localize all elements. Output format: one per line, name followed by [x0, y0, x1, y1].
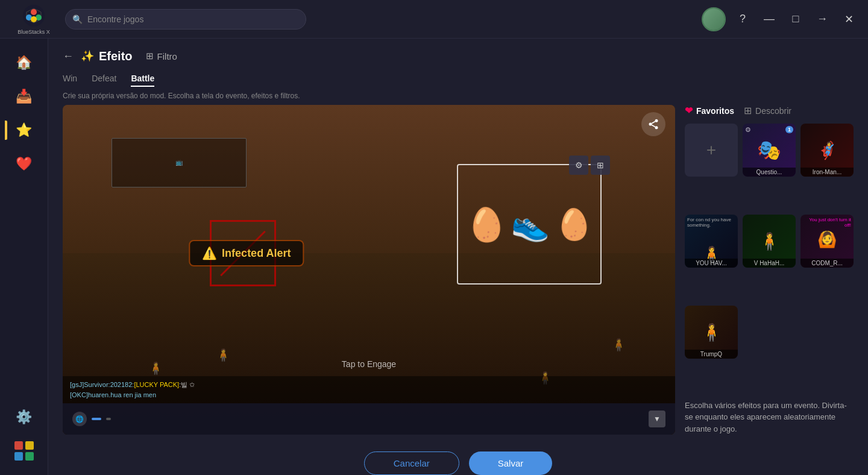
sidebar-item-settings[interactable]: ⚙️: [10, 403, 39, 432]
maximize-button[interactable]: □: [786, 10, 805, 29]
game-preview: 📺 🧍 🧍 🧍 🧍 ⚠️ Infected Alert: [63, 105, 675, 435]
svg-rect-9: [25, 452, 34, 461]
sidebar-item-favorites[interactable]: ❤️: [10, 149, 39, 178]
svg-point-11: [649, 123, 652, 126]
tab-win[interactable]: Win: [63, 71, 77, 87]
cancel-button[interactable]: Cancelar: [364, 451, 459, 475]
sticker-card-3[interactable]: For con nd you have something. 🧍 YOU HAV…: [685, 215, 738, 268]
top-bar: BlueStacks X 🔍 ? — □ → ✕: [0, 0, 868, 39]
chat-line-2: [OKC]huaren.hua ren jia men: [70, 390, 668, 400]
discover-label: Descobrir: [755, 106, 791, 116]
sticker-card-6[interactable]: 🧍 TrumpQ: [685, 306, 738, 359]
sticker-card-2[interactable]: 🦸 Iron-Man...: [800, 124, 854, 177]
minimize-button[interactable]: —: [760, 10, 779, 29]
svg-rect-6: [14, 441, 23, 450]
active-indicator: [5, 121, 7, 140]
help-button[interactable]: ?: [733, 10, 752, 29]
discover-icon: ⊞: [744, 105, 752, 116]
settings-control-btn[interactable]: ⚙: [569, 156, 588, 175]
back-button[interactable]: ←: [63, 50, 74, 63]
sticker-figure-5: 🙆: [817, 230, 837, 249]
close-button[interactable]: ✕: [839, 10, 858, 29]
sticker-card-1[interactable]: 🎭 ⚙ 1 Questio...: [743, 124, 796, 177]
app-name: BlueStacks X: [17, 29, 50, 35]
heart-panel-icon: ❤: [685, 105, 693, 116]
page-header: ← ✨ Efeito ⊞ Filtro: [48, 39, 868, 64]
game-figure-2: 🧍: [216, 348, 231, 362]
save-button[interactable]: Salvar: [469, 451, 553, 475]
chat-line-1: [gsJ]Survivor:202182:[LUCKY PACK]:빌 ✩: [70, 380, 668, 390]
tabs-row: Win Defeat Battle: [48, 64, 868, 87]
stickers-in-selection: 🥚 👟 🥚: [466, 208, 593, 241]
add-sticker-button[interactable]: +: [685, 124, 738, 177]
arrow-right-button[interactable]: →: [813, 10, 832, 29]
search-wrapper: 🔍: [65, 9, 306, 30]
svg-point-10: [655, 119, 658, 122]
add-icon: +: [706, 140, 716, 160]
chat-name-2: [OKC]huaren.hua ren jia men: [70, 391, 156, 398]
sticker-emoji-4: 🧍: [759, 231, 780, 251]
filter-button[interactable]: ⊞ Filtro: [140, 48, 183, 64]
logo-area: BlueStacks X: [10, 4, 58, 35]
sticker-blue: 👟: [510, 207, 552, 242]
share-button[interactable]: [641, 112, 665, 136]
globe-icon[interactable]: 🌐: [72, 412, 87, 426]
settings-icon: ⚙️: [16, 409, 32, 425]
avatar-image: [703, 8, 725, 30]
add-control-btn[interactable]: ⊞: [591, 156, 610, 175]
tab-defeat[interactable]: Defeat: [92, 71, 116, 87]
home-icon: 🏠: [16, 55, 32, 71]
filter-icon: ⊞: [146, 51, 154, 61]
game-nav-left: 🌐: [72, 412, 111, 426]
chat-highlight-1: [LUCKY PACK]: [134, 381, 179, 388]
sticker-emoji-2: 🦸: [817, 140, 838, 160]
svg-point-0: [23, 5, 45, 27]
share-icon: [647, 118, 659, 130]
chat-overlay: [gsJ]Survivor:202182:[LUCKY PACK]:빌 ✩ [O…: [63, 376, 675, 403]
right-panel-header: ❤ Favoritos ⊞ Descobrir: [685, 105, 854, 124]
avatar[interactable]: [702, 7, 726, 31]
search-input[interactable]: [65, 9, 306, 30]
sidebar-item-downloads[interactable]: 📥: [10, 82, 39, 111]
sticker-label-3: YOU HAV...: [685, 259, 738, 268]
sticker-text-5: You just don't turn it off!: [803, 217, 851, 228]
sidebar-item-effects[interactable]: ⭐: [10, 116, 39, 145]
sticker-label-2: Iron-Man...: [800, 168, 854, 177]
sticker-card-5[interactable]: You just don't turn it off! 🙆 CODM_R...: [800, 215, 854, 268]
wand-icon: ✨: [81, 49, 94, 63]
content-area: ← ✨ Efeito ⊞ Filtro Win Defeat Battle Cr…: [48, 39, 868, 475]
svg-rect-8: [14, 452, 23, 461]
scroll-down-button[interactable]: ▼: [649, 411, 665, 427]
selection-box[interactable]: ⚙ ⊞ 🥚 👟 🥚: [457, 164, 602, 285]
panel-description: Escolha vários efeitos para um evento. D…: [685, 400, 854, 435]
subtitle: Crie sua própria versão do mod. Escolha …: [48, 87, 868, 105]
sticker-label-4: V HaHaH...: [743, 259, 796, 268]
sticker-text-3: For con nd you have something.: [687, 217, 735, 228]
selection-controls: ⚙ ⊞: [569, 156, 610, 175]
right-panel: ❤ Favoritos ⊞ Descobrir +: [685, 105, 854, 435]
page-title-text: Efeito: [99, 49, 133, 63]
sticker-orange: 🥚: [465, 207, 508, 243]
favorites-label: Favoritos: [696, 106, 734, 116]
panel-tab-discover[interactable]: ⊞ Descobrir: [744, 105, 791, 116]
sidebar-item-home[interactable]: 🏠: [10, 48, 39, 77]
sticker-card-4[interactable]: 🧍 V HaHaH...: [743, 215, 796, 268]
page-title-area: ✨ Efeito: [81, 49, 133, 63]
sticker-emoji-6: 🧍: [701, 322, 722, 342]
tab-battle[interactable]: Battle: [131, 71, 154, 87]
game-figure-1: 🧍: [148, 361, 163, 376]
svg-point-5: [31, 16, 37, 22]
game-figure-4: 🧍: [611, 338, 626, 352]
filter-label: Filtro: [157, 51, 177, 61]
panel-tab-favorites[interactable]: ❤ Favoritos: [685, 105, 734, 116]
progress-bar: [92, 418, 101, 420]
left-sidebar: 🏠 📥 ⭐ ❤️ ⚙️: [0, 39, 48, 475]
downloads-icon: 📥: [16, 89, 32, 104]
bluestacks-logo: [22, 4, 46, 28]
effects-icon: ⭐: [16, 122, 32, 138]
svg-point-12: [655, 126, 658, 129]
heart-icon: ❤️: [16, 156, 32, 172]
main-layout: 🏠 📥 ⭐ ❤️ ⚙️ ←: [0, 39, 868, 475]
sticker-pink: 🥚: [555, 209, 594, 241]
svg-point-2: [31, 9, 37, 15]
